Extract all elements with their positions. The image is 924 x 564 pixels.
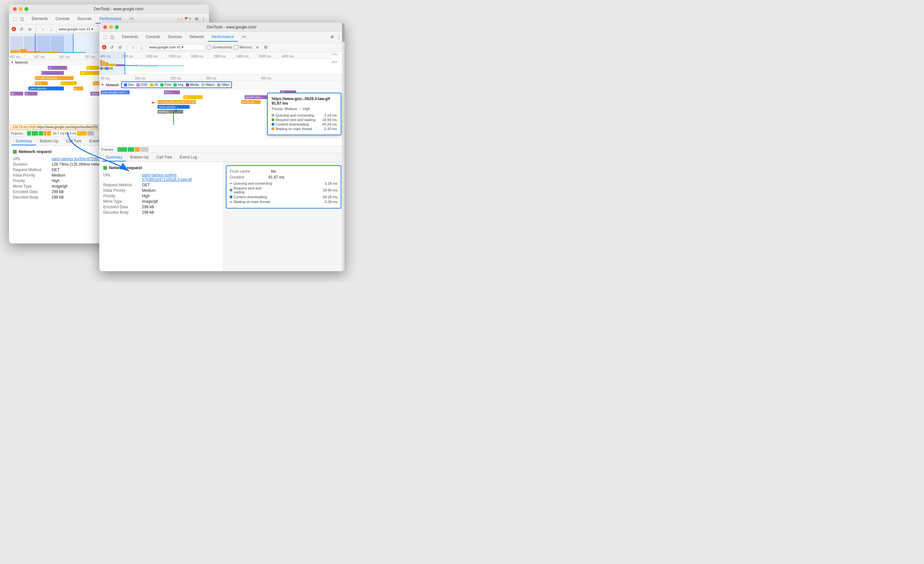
color-box-1 xyxy=(13,150,17,154)
settings-icon-2[interactable]: ⚙ xyxy=(329,34,336,41)
network-legend-row: ▼ Network Doc CSS JS Font Img xyxy=(99,80,345,89)
collapse-icon-1[interactable]: ▼ xyxy=(11,61,14,64)
tab-calltree-1[interactable]: Call Tree xyxy=(62,138,86,145)
cursor-icon[interactable]: ⬚ xyxy=(12,16,18,22)
maximize-button-2[interactable] xyxy=(115,25,119,29)
legend-media[interactable]: Media xyxy=(186,83,199,87)
right-queuing-row: ↦ Queuing and connecting 3.18 ms xyxy=(230,182,338,185)
net-bar-mcdos2[interactable]: m=cdos,hsm,jsa,mb4ZUb,d,c... xyxy=(158,100,196,104)
net-bar-g3[interactable]: g... xyxy=(74,87,83,90)
tab-console-1[interactable]: Console xyxy=(52,15,74,24)
url-box-2: www.google.com #1 ▾ xyxy=(147,44,205,50)
clear-icon-1[interactable]: ⊘ xyxy=(27,26,33,32)
legend-wasm[interactable]: Wasm xyxy=(201,83,214,87)
tooltip-priority: Priority: Medium → High xyxy=(272,107,337,111)
net-bar-paris-selected[interactable]: paris-games-... xyxy=(28,87,64,90)
more-icon-1[interactable]: ⋮ xyxy=(200,16,207,22)
tab-more-2[interactable]: >> xyxy=(238,33,250,42)
upload-icon-2[interactable]: ↑ xyxy=(130,44,136,50)
net-bar-search2[interactable]: search (ww... xyxy=(244,95,267,99)
net-bar-cb[interactable]: cb... xyxy=(80,71,99,75)
more-icon-2[interactable]: ⋮ xyxy=(336,34,342,41)
tab-more-1[interactable]: >> xyxy=(126,15,138,24)
net-bar-g4[interactable]: g... xyxy=(24,92,38,96)
tab-bottomup-1[interactable]: Bottom-Up xyxy=(36,138,62,145)
right-waiting-row: ↦ Waiting on main thread 0.30 ms xyxy=(230,200,338,204)
reload-icon-2[interactable]: ↺ xyxy=(108,44,115,50)
maximize-button-1[interactable] xyxy=(24,7,28,11)
screenshots-checkbox-2[interactable]: Screenshots xyxy=(207,45,232,50)
download-icon-1[interactable]: ↓ xyxy=(48,26,54,32)
detail-method-1: GET xyxy=(52,168,60,172)
tab-sources-2[interactable]: Sources xyxy=(164,33,186,42)
legend-doc[interactable]: Doc xyxy=(124,83,134,87)
screenshot-icon[interactable]: ◫ xyxy=(19,16,25,22)
net-bar-cb2[interactable]: cb=... xyxy=(183,95,202,99)
detail-decoded-2: 299 kB xyxy=(142,210,154,215)
legend-font[interactable]: Font xyxy=(160,83,171,87)
detail-encoded-row-2: Encoded Data 299 kB xyxy=(103,205,219,209)
screenshot-icon-2[interactable]: ◫ xyxy=(109,34,116,41)
detail-priority-row-2: Priority High xyxy=(103,194,219,198)
legend-other[interactable]: Other xyxy=(217,83,230,87)
legend-css[interactable]: CSS xyxy=(136,83,147,87)
record-button-1[interactable]: ● xyxy=(12,27,16,31)
right-duration-value: 91.67 ms xyxy=(268,175,284,179)
title-bar-2: DevTools - www.google.com/ xyxy=(99,23,345,32)
settings2-icon-2[interactable]: ⚙ xyxy=(262,44,269,50)
net-bar-af2[interactable]: AF2... xyxy=(35,81,48,85)
net-label: NET xyxy=(332,60,338,63)
network-icon-2[interactable]: ≡ xyxy=(254,44,261,50)
tab-summary-2[interactable]: Summary xyxy=(102,154,126,161)
cursor-icon-2[interactable]: ⬚ xyxy=(102,34,108,41)
clear-icon-2[interactable]: ⊘ xyxy=(117,44,123,50)
minimize-button-2[interactable] xyxy=(109,25,113,29)
close-button-2[interactable] xyxy=(103,25,107,29)
tab-eventlog-2[interactable]: Event Log xyxy=(176,154,201,161)
close-button-1[interactable] xyxy=(13,7,17,11)
right-content-row: Content downloading 69.28 ms xyxy=(230,195,338,199)
reload-icon-1[interactable]: ↺ xyxy=(18,26,24,32)
net-bar-mcdos[interactable]: m=cdos,hsm,jsa,... xyxy=(35,76,74,80)
tab-calltree-2[interactable]: Call Tree xyxy=(153,154,176,161)
collapse-icon-2[interactable]: ▼ xyxy=(101,83,104,86)
minimize-button-1[interactable] xyxy=(19,7,22,11)
tab-performance-2[interactable]: Performance xyxy=(208,33,238,42)
tab-elements-2[interactable]: Elements xyxy=(118,33,142,42)
detail-url-row-2: URL paris-games-surfing-6753651837110528… xyxy=(103,173,219,182)
detail-initpriority-row-2: Initial Priority Medium xyxy=(103,188,219,193)
net-bar-desktop[interactable]: desktop_... xyxy=(158,110,183,114)
upload-icon-1[interactable]: ↑ xyxy=(40,26,46,32)
tab-sources-1[interactable]: Sources xyxy=(74,15,96,24)
record-button-2[interactable]: ● xyxy=(102,45,106,50)
net-bar-cr[interactable]: Cr... xyxy=(61,81,77,85)
download-icon-2[interactable]: ↓ xyxy=(138,44,145,50)
tab-summary-1[interactable]: Summary xyxy=(12,138,36,145)
window-title-2: DevTools - www.google.com/ xyxy=(123,25,341,29)
tooltip-queuing: Queuing and connecting 3.18 ms xyxy=(272,113,337,117)
time-ruler-2: 489 ms 989 ms 1489 ms 1989 ms 2489 ms 29… xyxy=(99,52,332,59)
net-bar-r[interactable]: r... xyxy=(41,71,64,75)
tab-performance-1[interactable]: Performance xyxy=(96,15,126,24)
net-bar-ge[interactable]: ge... xyxy=(10,92,23,96)
net-bar-rs[interactable]: rs... xyxy=(48,66,67,70)
tooltip-waiting: Waiting on main thread 0.30 ms xyxy=(272,127,337,131)
tab-bottomup-2[interactable]: Bottom-Up xyxy=(126,154,152,161)
bottom-tabs-2: Summary Bottom-Up Call Tree Event Log xyxy=(99,153,345,162)
detail-initpriority-2: Medium xyxy=(142,188,156,193)
net-bar-wwwgoogle[interactable]: www.google.com/ (... xyxy=(100,90,130,94)
settings-icon-1[interactable]: ⚙ xyxy=(194,16,200,22)
nav-tabs-2: ⬚ ◫ Elements Console Sources Network Per… xyxy=(99,32,345,43)
net-bar-msb2[interactable]: m=sb_wi... xyxy=(242,100,261,104)
legend-img[interactable]: Img xyxy=(174,83,183,87)
tab-elements-1[interactable]: Elements xyxy=(28,15,52,24)
tab-console-2[interactable]: Console xyxy=(142,33,164,42)
tab-network-2[interactable]: Network xyxy=(186,33,208,42)
legend-js[interactable]: JS xyxy=(150,83,158,87)
traffic-lights-2 xyxy=(103,25,119,29)
net-bar-rs2[interactable]: rs=A... xyxy=(164,90,180,94)
detail-url-value-2[interactable]: paris-games-surfing-6753651837110528.3-l… xyxy=(142,173,192,182)
memory-checkbox-2[interactable]: Memory xyxy=(234,45,252,50)
tooltip-request: Request sent and waiting 18.90 ms xyxy=(272,118,337,122)
net-bar-paris-2[interactable]: paris-games-... xyxy=(158,105,190,109)
